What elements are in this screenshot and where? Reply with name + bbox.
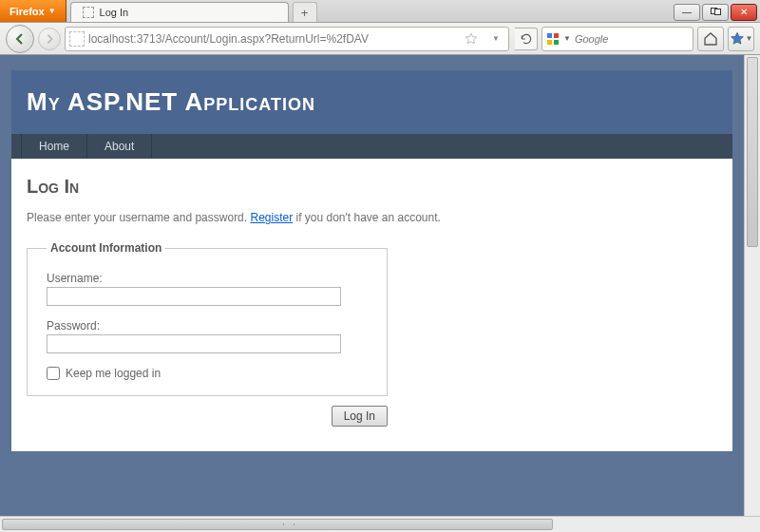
intro-post: if you don't have an account. [293, 211, 441, 224]
login-button[interactable]: Log In [332, 406, 388, 427]
firefox-menu-label: Firefox [10, 6, 45, 17]
site-title: My ASP.NET Application [27, 87, 717, 117]
arrow-left-icon [13, 32, 27, 46]
keep-logged-in-label: Keep me logged in [66, 367, 161, 380]
svg-rect-3 [554, 40, 559, 45]
restore-icon [714, 9, 721, 15]
password-field-row: Password: [47, 319, 368, 353]
page-scroll-area[interactable]: My ASP.NET Application Home About Log In… [0, 55, 744, 516]
url-input[interactable] [88, 32, 459, 46]
google-icon [546, 32, 560, 46]
fieldset-legend: Account Information [47, 241, 165, 255]
username-input[interactable] [47, 287, 341, 306]
main-content: Log In Please enter your username and pa… [11, 159, 732, 451]
password-input[interactable] [47, 334, 341, 353]
new-tab-button[interactable]: + [293, 2, 317, 22]
username-label: Username: [47, 272, 368, 285]
intro-pre: Please enter your username and password. [27, 211, 250, 224]
vertical-scrollbar[interactable] [744, 55, 760, 516]
arrow-right-icon [44, 33, 55, 45]
scrollbar-grip-icon [283, 523, 294, 525]
search-bar[interactable]: ▼ [542, 27, 694, 51]
account-info-fieldset: Account Information Username: Password: … [27, 241, 388, 396]
window-close-button[interactable]: ✕ [731, 4, 757, 21]
back-button[interactable] [6, 25, 34, 53]
svg-rect-1 [554, 33, 559, 38]
username-field-row: Username: [47, 272, 368, 306]
bookmark-star-icon [730, 31, 745, 47]
keep-logged-in-checkbox[interactable] [47, 367, 60, 380]
register-link[interactable]: Register [250, 211, 293, 224]
browser-chrome: Firefox ▼ Log In + — ✕ [0, 0, 760, 55]
reload-icon [520, 32, 533, 46]
page-heading: Log In [27, 176, 717, 198]
chevron-down-icon: ▼ [492, 34, 500, 43]
home-button[interactable] [697, 27, 724, 51]
site-identity-icon[interactable] [69, 31, 85, 47]
page-body: My ASP.NET Application Home About Log In… [11, 70, 732, 451]
firefox-menu-button[interactable]: Firefox ▼ [0, 0, 66, 22]
page-favicon [83, 7, 94, 18]
svg-rect-0 [547, 33, 552, 38]
tab-title: Log In [100, 7, 129, 18]
close-icon: ✕ [740, 7, 748, 17]
bookmark-star-button[interactable] [461, 28, 482, 49]
chevron-down-icon: ▼ [48, 7, 56, 15]
nav-home[interactable]: Home [21, 134, 87, 159]
google-engine-icon[interactable] [546, 32, 560, 46]
tab-strip: Firefox ▼ Log In + — ✕ [0, 0, 760, 23]
bookmarks-button[interactable]: ▼ [728, 27, 754, 51]
reload-button[interactable] [515, 28, 538, 50]
viewport: My ASP.NET Application Home About Log In… [0, 55, 760, 516]
home-icon [703, 31, 718, 47]
site-menubar: Home About [11, 134, 732, 159]
svg-rect-2 [547, 40, 552, 45]
window-restore-button[interactable] [702, 4, 729, 21]
url-bar[interactable]: ▼ [65, 27, 509, 51]
star-icon [465, 32, 478, 46]
nav-about[interactable]: About [87, 134, 152, 159]
horizontal-scrollbar-thumb[interactable] [2, 519, 553, 530]
horizontal-scrollbar[interactable] [0, 516, 760, 532]
browser-tab-active[interactable]: Log In [70, 2, 289, 22]
window-minimize-button[interactable]: — [674, 4, 700, 21]
window-controls: — ✕ [671, 0, 760, 22]
search-input[interactable] [575, 33, 707, 45]
password-label: Password: [47, 319, 368, 332]
nav-toolbar: ▼ ▼ ▼ [0, 23, 760, 55]
forward-button [38, 28, 61, 50]
minimize-icon: — [682, 7, 692, 17]
vertical-scrollbar-thumb[interactable] [747, 57, 758, 247]
keep-logged-in-row: Keep me logged in [47, 367, 368, 380]
chevron-down-icon: ▼ [746, 34, 753, 43]
site-banner: My ASP.NET Application [11, 70, 732, 134]
url-dropdown-button[interactable]: ▼ [485, 28, 506, 49]
tabstrip-spacer [317, 0, 671, 22]
intro-text: Please enter your username and password.… [27, 211, 717, 224]
search-engine-dropdown[interactable]: ▼ [563, 34, 571, 43]
submit-row: Log In [27, 406, 388, 427]
plus-icon: + [301, 6, 309, 20]
